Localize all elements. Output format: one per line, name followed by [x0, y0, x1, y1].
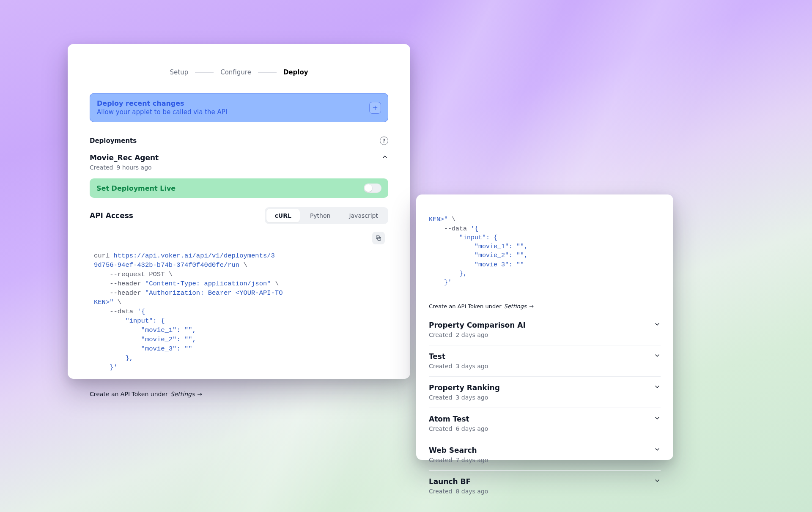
code-line: "input": { — [429, 234, 497, 241]
deploy-changes-banner[interactable]: Deploy recent changes Allow your applet … — [90, 93, 388, 122]
deployment-name: Movie_Rec Agent — [90, 153, 159, 162]
deployment-name: Atom Test — [429, 415, 488, 423]
code-line: "input": { — [94, 317, 165, 325]
deployments-list-panel: KEN>" \ --data '{ "input": { "movie_1": … — [416, 194, 673, 460]
wizard-stepper: Setup Configure Deploy — [90, 67, 388, 78]
chevron-down-icon[interactable] — [654, 383, 661, 392]
chevron-down-icon[interactable] — [654, 352, 661, 361]
code-line: --header "Authorization: Bearer <YOUR-AP… — [94, 289, 283, 297]
chevron-down-icon[interactable] — [654, 415, 661, 423]
deployment-item[interactable]: Test Created3 days ago — [429, 345, 661, 376]
banner-title: Deploy recent changes — [97, 99, 363, 107]
code-line: }' — [429, 279, 452, 286]
deployment-item[interactable]: Property Ranking Created3 days ago — [429, 376, 661, 408]
deployment-meta: Created8 days ago — [429, 488, 488, 495]
code-snippet-continued: KEN>" \ --data '{ "input": { "movie_1": … — [429, 204, 661, 301]
chevron-down-icon[interactable] — [654, 477, 661, 486]
code-line: }, — [94, 354, 133, 362]
settings-link[interactable]: Settings — [170, 391, 195, 397]
code-snippet: curl https://api.voker.ai/api/v1/deploym… — [90, 228, 388, 385]
deployment-name: Test — [429, 352, 488, 361]
tab-python[interactable]: Python — [302, 209, 339, 222]
code-line: "movie_1": "", — [94, 326, 196, 334]
settings-link[interactable]: Settings — [504, 303, 527, 309]
code-line: --data '{ — [429, 225, 478, 233]
step-deploy[interactable]: Deploy — [283, 67, 309, 78]
deployment-item[interactable]: Launch BF Created8 days ago — [429, 470, 661, 501]
api-token-hint: Create an API Token under Settings → — [90, 391, 388, 397]
set-live-toggle[interactable] — [364, 183, 381, 193]
deployment-meta: Created9 hours ago — [90, 164, 159, 171]
code-line: KEN>" \ — [94, 298, 121, 306]
chevron-down-icon[interactable] — [654, 321, 661, 329]
stepper-divider — [195, 72, 214, 73]
deployment-item[interactable]: Atom Test Created6 days ago — [429, 408, 661, 439]
code-line: "movie_3": "" — [94, 345, 192, 353]
chevron-up-icon[interactable] — [381, 153, 388, 162]
code-line: "movie_1": "", — [429, 243, 528, 250]
deployment-meta: Created6 days ago — [429, 425, 488, 432]
deployment-name: Web Search — [429, 446, 488, 455]
code-line: }' — [94, 364, 118, 371]
add-deployment-button[interactable] — [369, 102, 381, 114]
deployment-item[interactable]: Web Search Created7 days ago — [429, 439, 661, 470]
deploy-panel: Setup Configure Deploy Deploy recent cha… — [68, 44, 410, 379]
banner-subtitle: Allow your applet to be called via the A… — [97, 108, 363, 116]
code-line: "movie_2": "", — [429, 252, 528, 259]
code-line: --header "Content-Type: application/json… — [94, 280, 279, 287]
code-line: KEN>" \ — [429, 216, 455, 223]
deployments-list: Property Comparison AI Created2 days ago… — [429, 314, 661, 501]
code-line: --request POST \ — [94, 271, 173, 278]
api-access-label: API Access — [90, 211, 133, 220]
code-line: }, — [429, 270, 467, 277]
stepper-divider — [258, 72, 277, 73]
set-deployment-live-bar: Set Deployment Live — [90, 178, 388, 198]
step-setup[interactable]: Setup — [169, 67, 189, 78]
deployment-name: Property Comparison AI — [429, 321, 526, 329]
help-icon[interactable]: ? — [380, 137, 388, 145]
deployment-name: Launch BF — [429, 477, 488, 486]
api-access-row: API Access cURL Python Javascript — [90, 207, 388, 224]
deployment-name: Property Ranking — [429, 383, 500, 392]
plus-icon — [372, 104, 379, 111]
api-language-tabs: cURL Python Javascript — [265, 207, 389, 224]
copy-icon — [375, 235, 382, 241]
code-line: curl https://api.voker.ai/api/v1/deploym… — [94, 252, 275, 260]
deployments-header: Deployments ? — [90, 137, 388, 145]
arrow-right-icon: → — [197, 391, 202, 397]
deployments-heading: Deployments — [90, 137, 137, 145]
arrow-right-icon: → — [529, 303, 534, 309]
deployment-meta: Created7 days ago — [429, 457, 488, 463]
tab-curl[interactable]: cURL — [266, 209, 300, 222]
code-line: "movie_3": "" — [429, 261, 524, 268]
deployment-meta: Created3 days ago — [429, 394, 500, 401]
api-token-hint: Create an API Token under Settings → — [429, 303, 661, 309]
tab-javascript[interactable]: Javascript — [340, 209, 387, 222]
deployment-meta: Created2 days ago — [429, 331, 526, 338]
deployment-item-active[interactable]: Movie_Rec Agent Created9 hours ago — [90, 151, 388, 177]
copy-code-button[interactable] — [372, 232, 385, 244]
code-line: --data '{ — [94, 308, 145, 315]
code-line: "movie_2": "", — [94, 336, 196, 343]
chevron-down-icon[interactable] — [654, 446, 661, 455]
code-line: 9d756-94ef-432b-b74b-374f0f40d0fe/run \ — [94, 261, 247, 269]
step-configure[interactable]: Configure — [219, 67, 252, 78]
deployment-item[interactable]: Property Comparison AI Created2 days ago — [429, 314, 661, 345]
deployment-meta: Created3 days ago — [429, 363, 488, 370]
set-live-label: Set Deployment Live — [96, 184, 176, 192]
